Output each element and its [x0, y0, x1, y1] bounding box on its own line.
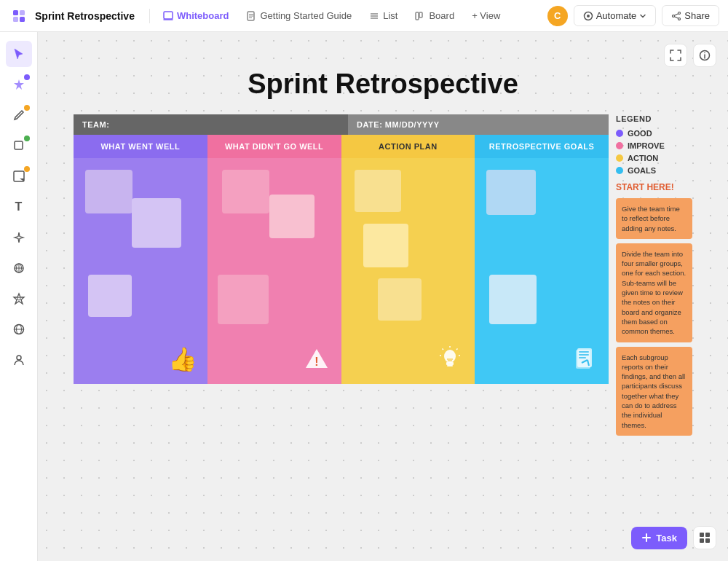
app-title: Sprint Retrospective: [35, 10, 135, 22]
fit-view-button[interactable]: [664, 44, 687, 67]
svg-rect-4: [164, 12, 173, 19]
pen-dot: [24, 105, 30, 111]
col-icon-thumbsup: 👍: [168, 345, 197, 374]
tab-whiteboard-label: Whiteboard: [177, 10, 229, 21]
sticky-note[interactable]: [378, 278, 422, 321]
tab-whiteboard[interactable]: Whiteboard: [156, 6, 237, 26]
column-went-well: 👍: [74, 158, 207, 384]
sidebar-tool-shapes[interactable]: [6, 133, 32, 159]
column-headers: WHAT WENT WELL WHAT DIDN'T GO WELL ACTIO…: [74, 135, 609, 158]
sticky-note[interactable]: [218, 275, 269, 324]
shapes-icon: [12, 139, 25, 152]
sticky-note[interactable]: [363, 224, 408, 267]
sticky-note[interactable]: [88, 275, 132, 317]
fit-icon: [670, 50, 681, 61]
text-icon: T: [15, 200, 23, 213]
sidebar-tool-person[interactable]: [6, 347, 32, 373]
app-icon: [9, 6, 29, 26]
team-cell: TEAM:: [74, 114, 348, 135]
sidebar-tool-connect[interactable]: [6, 255, 32, 281]
share-icon: [671, 11, 681, 21]
svg-rect-1: [20, 10, 25, 15]
sidebar-tool-sticky[interactable]: [6, 163, 32, 189]
sidebar-tool-globe[interactable]: [6, 316, 32, 342]
warning-triangle-icon: !: [304, 346, 330, 372]
svg-rect-56: [700, 533, 704, 537]
svg-rect-14: [419, 12, 422, 17]
sticky-note[interactable]: [132, 198, 181, 248]
sticky-note[interactable]: [222, 170, 269, 213]
share-button[interactable]: Share: [662, 5, 719, 26]
canvas-area[interactable]: Sprint Retrospective TEAM: DATE: MM/DD/Y…: [38, 32, 728, 561]
legend-panel: LEGEND GOOD IMPROVE ACTION: [609, 114, 692, 440]
automate-button[interactable]: Automate: [574, 5, 657, 26]
board-title: Sprint Retrospective: [74, 68, 692, 100]
info-icon: [699, 50, 711, 61]
tab-add-view-label: + View: [472, 10, 500, 21]
tab-add-view[interactable]: + View: [464, 6, 507, 26]
chevron-down-icon: [639, 12, 646, 20]
svg-point-18: [673, 15, 675, 17]
grid-button[interactable]: [693, 526, 716, 549]
magic2-icon: [12, 231, 25, 244]
automate-icon: [583, 11, 593, 21]
tab-getting-started-label: Getting Started Guide: [260, 10, 352, 21]
sticky-note[interactable]: [489, 275, 537, 324]
legend-item-good: GOOD: [616, 129, 692, 138]
magic-dot: [24, 74, 30, 80]
grid-icon: [699, 532, 711, 544]
col-header-went-well: WHAT WENT WELL: [74, 135, 207, 158]
instruction-card-3: Each subgroup reports on their findings,…: [616, 347, 692, 436]
board-icon: [415, 11, 425, 21]
svg-rect-22: [15, 141, 23, 149]
sidebar-tool-pen[interactable]: [6, 102, 32, 128]
columns-row: 👍 !: [74, 158, 609, 384]
sticky-note[interactable]: [355, 170, 401, 212]
legend-label-action: ACTION: [628, 154, 658, 162]
instruction-card-1: Give the team time to reflect before add…: [616, 198, 692, 239]
sidebar-tool-magic[interactable]: [6, 71, 32, 98]
task-label: Task: [656, 533, 677, 544]
plus-icon: [641, 533, 652, 543]
legend-label-good: GOOD: [628, 129, 652, 138]
svg-rect-38: [446, 362, 454, 365]
column-action-plan: [341, 158, 475, 384]
legend-dot-good: [616, 130, 623, 137]
svg-rect-57: [705, 533, 710, 537]
tab-list[interactable]: List: [362, 6, 405, 26]
sidebar-tool-magic2[interactable]: [6, 224, 32, 251]
svg-rect-3: [20, 17, 25, 22]
sidebar-tool-cursor[interactable]: [6, 41, 32, 67]
tab-board[interactable]: Board: [408, 6, 462, 26]
legend-dot-goals: [616, 167, 623, 174]
sticky-note[interactable]: [486, 170, 536, 215]
date-cell: DATE: MM/DD/YYYY: [348, 114, 609, 135]
canvas-controls: [664, 44, 716, 67]
tab-getting-started[interactable]: Getting Started Guide: [239, 6, 359, 26]
column-didnt-go-well: !: [207, 158, 341, 384]
svg-line-41: [443, 349, 444, 350]
board-header-row: TEAM: DATE: MM/DD/YYYY: [74, 114, 609, 135]
svg-rect-50: [579, 354, 589, 356]
share-label: Share: [684, 10, 710, 21]
svg-rect-58: [700, 538, 704, 543]
svg-rect-39: [447, 365, 453, 366]
col-icon-warning: !: [302, 345, 331, 374]
sticky-note[interactable]: [85, 170, 132, 213]
task-button[interactable]: Task: [631, 527, 687, 549]
legend-dot-action: [616, 154, 623, 162]
sticky-dot: [24, 166, 30, 172]
sticky-note[interactable]: [269, 195, 314, 238]
col-header-retro-goals: RETROSPECTIVE GOALS: [475, 135, 609, 158]
sidebar-tool-text[interactable]: T: [6, 194, 32, 220]
sidebar-tool-star[interactable]: [6, 286, 32, 312]
svg-line-20: [675, 13, 678, 15]
cursor-icon: [12, 47, 25, 60]
svg-point-35: [704, 52, 705, 54]
left-sidebar: T: [0, 32, 38, 561]
nav-separator: [149, 9, 150, 23]
document-stack-icon: [570, 345, 598, 373]
info-button[interactable]: [693, 44, 716, 67]
avatar: C: [547, 6, 568, 26]
connect-icon: [12, 262, 25, 275]
